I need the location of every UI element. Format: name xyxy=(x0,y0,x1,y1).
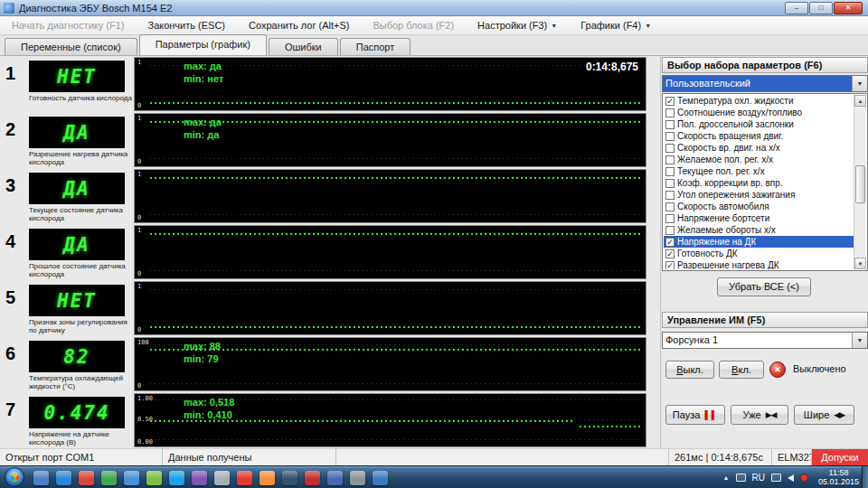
tab-errors[interactable]: Ошибки xyxy=(269,38,338,55)
maximize-button[interactable]: □ xyxy=(809,2,833,14)
checkbox[interactable]: ✓ xyxy=(665,238,675,247)
im-off-button[interactable]: Выкл. xyxy=(665,361,714,379)
taskbar-app-icon[interactable] xyxy=(146,471,162,485)
checkbox[interactable] xyxy=(665,226,675,235)
param-checkbox-item[interactable]: Коэф. коррекции вр. впр. xyxy=(664,177,854,189)
checkbox[interactable] xyxy=(665,120,675,129)
param-checkbox-item[interactable]: Угол опережения зажигания xyxy=(664,189,854,201)
checkbox[interactable] xyxy=(665,191,675,200)
menu-start-diagnostics[interactable]: Начать диагностику (F1) xyxy=(0,16,136,35)
taskbar-app-icon[interactable] xyxy=(214,471,230,485)
y-tick-top: 1 xyxy=(137,59,141,66)
taskbar-app-icon[interactable] xyxy=(79,471,94,485)
param-checkbox-item[interactable]: Пол. дроссельной заслонки xyxy=(664,118,854,130)
y-tick-top: 1 xyxy=(137,283,141,290)
scrollbar-thumb[interactable] xyxy=(855,165,865,203)
menu-settings[interactable]: Настройки (F3)▼ xyxy=(466,16,569,35)
tray-app-icon[interactable] xyxy=(736,474,746,482)
checkbox[interactable] xyxy=(665,108,675,117)
checkbox[interactable] xyxy=(665,155,675,164)
taskbar-app-icon[interactable] xyxy=(282,471,297,485)
graph-trace-dip xyxy=(580,426,643,427)
checkbox[interactable]: ✓ xyxy=(665,261,675,270)
menu-finish[interactable]: Закончить (ESC) xyxy=(136,16,237,35)
param-checkbox-item[interactable]: Скорость вр. двиг. на х/х xyxy=(664,142,854,154)
y-tick-bottom: 0 xyxy=(137,326,141,333)
param-checkbox-item[interactable]: ✓Температура охл. жидкости xyxy=(664,95,854,107)
scroll-up-icon[interactable]: ▲ xyxy=(854,95,866,107)
param-checkbox-item[interactable]: ✓Готовность ДК xyxy=(664,248,854,259)
param-set-combobox[interactable]: Пользовательский ▼ xyxy=(662,75,868,92)
taskbar-app-icon[interactable] xyxy=(350,471,365,485)
checkbox[interactable]: ✓ xyxy=(665,97,675,106)
pause-button[interactable]: Пауза ▌▌ xyxy=(665,405,725,425)
menu-save-log[interactable]: Сохранить лог (Alt+S) xyxy=(237,16,361,35)
scroll-down-icon[interactable]: ▼ xyxy=(854,258,866,269)
tray-expand-icon[interactable]: ▲ xyxy=(723,474,730,481)
taskbar-app-icon[interactable] xyxy=(259,471,275,485)
param-checkbox-item[interactable]: Скорость автомобиля xyxy=(664,201,854,212)
taskbar-app-icon[interactable] xyxy=(305,471,320,485)
graph-trace xyxy=(150,102,643,104)
narrower-button[interactable]: Уже ▶◀ xyxy=(731,405,788,425)
show-desktop-button[interactable] xyxy=(862,466,868,488)
taskbar-app-icon[interactable] xyxy=(373,471,388,485)
windows-flag-icon xyxy=(9,472,21,483)
start-button[interactable] xyxy=(5,467,24,487)
im-on-button[interactable]: Вкл. xyxy=(719,361,764,379)
parameter-graph: 1 0 max: да min: нет 0:14:8,675 xyxy=(134,57,646,111)
param-checkbox-item[interactable]: Скорость вращения двиг. xyxy=(664,130,854,142)
checkbox[interactable] xyxy=(665,214,675,223)
checkbox[interactable] xyxy=(665,202,675,211)
chevron-down-icon[interactable]: ▼ xyxy=(852,76,867,91)
led-value: НЕТ xyxy=(57,66,97,88)
taskbar-app-icon[interactable] xyxy=(237,471,252,485)
taskbar-app-icon[interactable] xyxy=(124,471,139,485)
im-stop-button[interactable]: ✕ xyxy=(769,361,786,378)
parameter-label: Разрешение нагрева датчика кислорода xyxy=(29,151,132,167)
right-panel: Выбор набора параметров (F6) Пользовател… xyxy=(660,56,868,448)
minimize-button[interactable]: – xyxy=(785,2,808,14)
param-checkbox-item[interactable]: ✓Разрешение нагрева ДК xyxy=(664,259,854,269)
language-indicator[interactable]: RU xyxy=(752,473,765,483)
volume-icon[interactable] xyxy=(788,474,794,482)
taskbar-app-icon[interactable] xyxy=(56,471,71,485)
param-checkbox-item-selected[interactable]: ✓Напряжение на ДК xyxy=(664,236,854,248)
taskbar-app-icon[interactable] xyxy=(169,471,184,485)
status-tolerances-badge: Допуски xyxy=(812,449,868,465)
tab-parameters-graph[interactable]: Параметры (график) xyxy=(139,34,267,55)
menu-graphs[interactable]: Графики (F4)▼ xyxy=(569,16,663,35)
param-checkbox-item[interactable]: Желаемые обороты х/х xyxy=(664,224,854,236)
tab-passport[interactable]: Паспорт xyxy=(340,38,411,55)
chevron-down-icon[interactable]: ▼ xyxy=(852,333,867,348)
alert-icon[interactable] xyxy=(800,474,808,482)
graph-trace xyxy=(150,177,643,179)
param-checkbox-item[interactable]: Желаемое пол. рег. х/х xyxy=(664,154,854,165)
wider-button[interactable]: Шире ◀▶ xyxy=(794,405,854,425)
parameter-graph: 1 0 xyxy=(134,225,646,279)
checkbox[interactable] xyxy=(665,144,675,153)
taskbar-app-icon[interactable] xyxy=(327,471,343,485)
im-control-header: Управление ИМ (F5) xyxy=(662,312,868,328)
im-combobox[interactable]: Форсунка 1 ▼ xyxy=(662,332,868,349)
taskbar-app-icon[interactable] xyxy=(192,471,207,485)
menu-select-block[interactable]: Выбор блока (F2) xyxy=(361,16,466,35)
taskbar-clock[interactable]: 11:58 05.01.2015 xyxy=(818,468,859,486)
y-tick-bottom: 0 xyxy=(137,270,141,277)
parameter-label: Напряжение на датчике кислорода (В) xyxy=(29,431,132,447)
param-checkbox-item[interactable]: Напряжение бортсети xyxy=(664,212,854,224)
close-button[interactable]: ✕ xyxy=(834,2,863,14)
param-checkbox-item[interactable]: Текущее пол. рег. х/х xyxy=(664,165,854,177)
status-spacer xyxy=(336,449,669,465)
clear-all-button[interactable]: Убрать ВСЕ (<) xyxy=(717,277,811,296)
checkbox[interactable] xyxy=(665,132,675,141)
scrollbar[interactable]: ▲ ▼ xyxy=(854,95,866,269)
taskbar-app-icon[interactable] xyxy=(101,471,117,485)
taskbar-app-icon[interactable] xyxy=(33,471,49,485)
checkbox[interactable]: ✓ xyxy=(665,249,675,258)
param-checkbox-item[interactable]: Соотношение воздух/топливо xyxy=(664,107,854,118)
checkbox[interactable] xyxy=(665,167,675,176)
monitor-icon[interactable] xyxy=(771,474,781,482)
checkbox[interactable] xyxy=(665,179,675,188)
tab-variables-list[interactable]: Переменные (список) xyxy=(5,38,137,55)
